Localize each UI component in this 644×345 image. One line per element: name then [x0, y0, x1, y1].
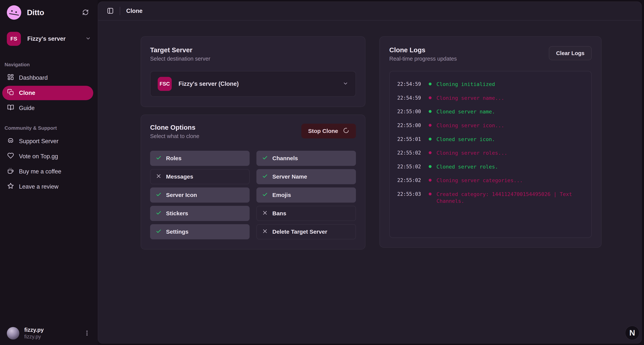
log-entry: 22:55:02 Cloning server categories...: [397, 177, 584, 184]
log-message: Cloned server icon.: [436, 136, 584, 143]
log-message: Cloning initialized: [436, 81, 584, 88]
clone-option-toggle[interactable]: Server Icon: [150, 187, 250, 203]
log-status-dot: [429, 193, 432, 195]
log-message: Cloned server name.: [436, 108, 584, 115]
sidebar-item-dashboard[interactable]: Dashboard: [2, 71, 93, 85]
sidebar-item-support-server[interactable]: Support Server: [2, 134, 93, 148]
log-message: Cloning server roles...: [436, 150, 584, 156]
sidebar-item-vote-topgg[interactable]: Vote on Top.gg: [2, 149, 93, 164]
sidebar-toggle-button[interactable]: [107, 7, 114, 15]
log-timestamp: 22:55:00: [397, 122, 426, 128]
sidebar: Ditto FS Fizzy's server Navigation: [0, 0, 98, 345]
log-timestamp: 22:55:02: [397, 177, 426, 183]
sidebar-item-label: Clone: [19, 90, 35, 96]
community-nav: Support Server Vote on Top.gg: [0, 134, 98, 194]
log-status-dot: [429, 110, 432, 113]
chevron-down-icon: [85, 35, 91, 42]
log-status-dot: [429, 179, 432, 182]
clone-option-toggle[interactable]: Messages: [150, 169, 250, 184]
sidebar-item-guide[interactable]: Guide: [2, 101, 93, 115]
log-timestamp: 22:55:00: [397, 108, 426, 114]
clone-option-label: Settings: [166, 229, 188, 235]
panel-left-icon: [107, 7, 114, 15]
chevron-down-icon: [343, 81, 348, 87]
clone-option-label: Messages: [166, 173, 193, 180]
log-entry: 22:55:02 Cloning server roles...: [397, 150, 584, 156]
check-icon: [156, 210, 162, 217]
destination-server-dropdown[interactable]: FSC Fizzy's server (Clone): [150, 71, 356, 97]
clone-option-toggle[interactable]: Stickers: [150, 206, 250, 221]
primary-nav: Dashboard Clone Guide: [0, 71, 98, 115]
clone-option-toggle[interactable]: Roles: [150, 151, 250, 166]
server-name: Fizzy's server: [27, 35, 66, 42]
clone-options-grid: Roles Channels: [150, 151, 356, 239]
clone-option-label: Stickers: [166, 210, 188, 217]
clone-option-label: Emojis: [272, 192, 291, 198]
server-selector[interactable]: FS Fizzy's server: [7, 32, 91, 46]
target-server-title: Target Server: [150, 46, 356, 54]
log-message: Created category: 1441124700154495026 | …: [436, 191, 584, 204]
check-icon: [262, 155, 268, 162]
app-title: Ditto: [27, 8, 44, 17]
x-icon: [262, 210, 268, 217]
stop-clone-button[interactable]: Stop Clone: [301, 124, 356, 138]
log-entry: 22:55:02 Cloned server roles.: [397, 163, 584, 170]
content-area: Target Server Select destination server …: [98, 20, 641, 343]
log-entry: 22:55:00 Cloning server icon...: [397, 122, 584, 129]
stop-clone-label: Stop Clone: [308, 128, 338, 134]
clone-option-toggle[interactable]: Settings: [150, 224, 250, 239]
clear-logs-button[interactable]: Clear Logs: [549, 46, 592, 60]
clone-option-label: Bans: [272, 210, 286, 217]
log-status-dot: [429, 82, 432, 85]
log-status-dot: [429, 151, 432, 154]
log-status-dot: [429, 165, 432, 168]
clone-option-label: Server Name: [272, 173, 307, 180]
log-entry: 22:55:01 Cloned server icon.: [397, 136, 584, 143]
clone-option-toggle[interactable]: Bans: [256, 206, 356, 221]
nextjs-dev-badge[interactable]: N: [625, 326, 640, 340]
log-status-dot: [429, 138, 432, 140]
clone-options-subtitle: Select what to clone: [150, 133, 200, 139]
sidebar-item-label: Guide: [19, 105, 35, 111]
log-message: Cloned server roles.: [436, 163, 584, 170]
spinner-icon: [343, 127, 349, 135]
nav-section-label: Navigation: [4, 62, 93, 68]
target-server-subtitle: Select destination server: [150, 56, 356, 62]
clone-logs-title: Clone Logs: [389, 46, 457, 54]
destination-server-name: Fizzy's server (Clone): [178, 80, 238, 87]
user-footer: fizzy.py fizzy.py: [0, 327, 98, 340]
user-menu-button[interactable]: [84, 330, 90, 337]
log-timestamp: 22:55:02: [397, 150, 426, 156]
discord-icon: [7, 137, 14, 145]
log-status-dot: [429, 124, 432, 127]
clone-logs-subtitle: Real-time progress updates: [389, 56, 457, 62]
star-icon: [7, 183, 14, 191]
log-status-dot: [429, 96, 432, 99]
clone-option-label: Delete Target Server: [272, 229, 327, 235]
book-open-icon: [7, 104, 14, 112]
log-message: Cloning server categories...: [436, 177, 584, 184]
clone-option-toggle[interactable]: Channels: [256, 151, 356, 166]
user-handle: fizzy.py: [24, 334, 44, 340]
x-icon: [156, 173, 162, 180]
user-name: fizzy.py: [24, 327, 44, 333]
sidebar-item-buy-coffee[interactable]: Buy me a coffee: [2, 164, 93, 179]
clone-option-toggle[interactable]: Server Name: [256, 169, 356, 184]
sidebar-item-clone[interactable]: Clone: [2, 86, 93, 100]
sidebar-item-leave-review[interactable]: Leave a review: [2, 180, 93, 194]
app-root: Ditto FS Fizzy's server Navigation: [0, 0, 644, 345]
clone-option-toggle[interactable]: Emojis: [256, 187, 356, 203]
main-panel: Clone Target Server Select destination s…: [98, 1, 642, 344]
refresh-button[interactable]: [82, 9, 89, 16]
sidebar-item-label: Dashboard: [19, 74, 48, 81]
refresh-icon: [82, 9, 89, 16]
check-icon: [156, 228, 162, 235]
log-entry: 22:55:03 Created category: 1441124700154…: [397, 191, 584, 204]
user-avatar: [7, 327, 19, 340]
sidebar-item-label: Leave a review: [19, 183, 58, 190]
clone-option-toggle[interactable]: Delete Target Server: [256, 224, 356, 239]
community-section-label: Community & Support: [4, 125, 93, 131]
log-timestamp: 22:54:59: [397, 81, 426, 87]
log-timestamp: 22:55:03: [397, 191, 426, 197]
clone-logs-card: Clone Logs Real-time progress updates Cl…: [380, 36, 602, 248]
